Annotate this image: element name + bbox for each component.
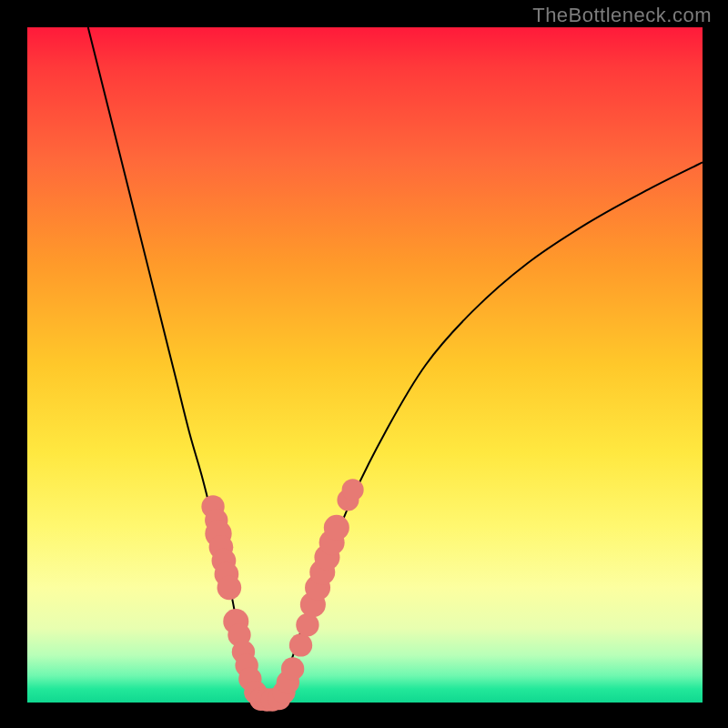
plot-area bbox=[27, 27, 703, 703]
data-point-marker bbox=[281, 657, 304, 680]
curve-right-curve bbox=[264, 162, 703, 703]
watermark-text: TheBottleneck.com bbox=[532, 4, 712, 27]
data-point-marker bbox=[289, 633, 312, 656]
data-point-marker bbox=[217, 576, 242, 601]
chart-svg bbox=[27, 27, 703, 703]
data-point-marker bbox=[342, 479, 364, 500]
data-point-marker bbox=[324, 515, 349, 541]
curve-left-curve bbox=[88, 27, 264, 703]
